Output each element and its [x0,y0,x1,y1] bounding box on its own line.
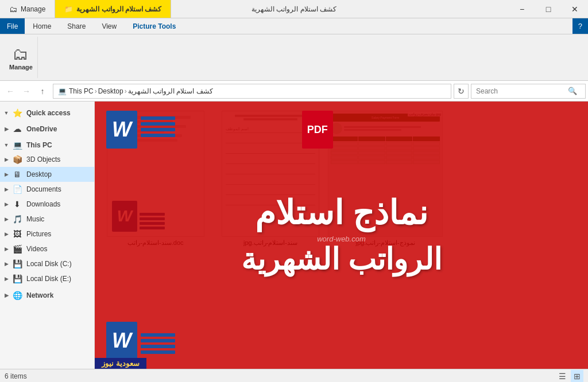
overlay-text-line2: الرواتب الشهرية [241,243,441,276]
tab-folder-label: كشف استلام الرواتب الشهرية [76,5,161,13]
local-disk-e-expand-icon: ▶ [2,275,10,283]
local-disk-e-label: Local Disk (E:) [26,275,71,283]
onedrive-expand-icon: ▶ [2,125,10,133]
pictures-label: Pictures [26,230,51,238]
sidebar-item-music[interactable]: ▶ 🎵 Music [0,212,94,227]
path-desktop[interactable]: Desktop [98,87,123,95]
music-label: Music [26,215,44,223]
ribbon-tab-picture-tools[interactable]: Picture Tools [125,18,184,34]
items-count: 6 items [5,372,27,380]
music-icon: 🎵 [11,215,23,224]
local-disk-c-icon: 💾 [11,259,23,268]
quick-access-expand-icon: ▼ [2,109,10,117]
ribbon-content: 🗂 Manage [0,34,588,80]
address-path[interactable]: 💻 This PC › Desktop › كشف استلام الرواتب… [53,84,451,99]
sidebar-item-local-disk-c[interactable]: ▶ 💾 Local Disk (C:) [0,256,94,271]
large-icons-view-button[interactable]: ⊞ [571,370,583,383]
onedrive-label: OneDrive [26,125,57,133]
tab-folder[interactable]: 📁 كشف استلام الرواتب الشهرية [55,0,171,18]
sidebar-item-desktop[interactable]: ▶ 🖥 Desktop [0,167,94,182]
ribbon-help-button[interactable]: ? [572,18,588,34]
downloads-icon: ⬇ [11,200,23,209]
news-badge: سعودية نيوز [95,358,146,369]
documents-expand-icon: ▶ [2,185,10,193]
videos-label: Videos [26,245,47,253]
overlay-text-line1: نماذج استلام [255,194,428,231]
thispc-icon: 💻 [58,87,67,95]
quick-access-label: Quick access [26,109,71,117]
forward-button[interactable]: → [18,83,34,99]
window-title: كشف استلام الرواتب الشهرية [252,5,336,13]
videos-icon: 🎬 [11,244,23,254]
path-thispc[interactable]: This PC [69,87,94,95]
overlay-word-icon: W [106,111,175,149]
sidebar-item-3d-objects[interactable]: ▶ 📦 3D Objects [0,152,94,167]
title-bar: 🗂 Manage 📁 كشف استلام الرواتب الشهرية كش… [0,0,588,18]
sidebar-item-downloads[interactable]: ▶ ⬇ Downloads [0,197,94,212]
search-icon: 🔍 [568,87,577,95]
network-expand-icon: ▶ [2,291,10,299]
overlay-watermark: word-web.com [317,235,366,243]
desktop-expand-icon: ▶ [2,170,10,178]
sidebar-item-pictures[interactable]: ▶ 🖼 Pictures [0,227,94,241]
local-disk-c-label: Local Disk (C:) [26,260,72,268]
tab-manage[interactable]: 🗂 Manage [0,0,55,18]
main-layout: ▼ ⭐ Quick access ▶ ☁ OneDrive ▼ 💻 This P… [0,102,588,369]
local-disk-e-icon: 💾 [11,274,23,283]
ribbon-tab-file[interactable]: File [0,18,25,34]
pictures-icon: 🖼 [11,229,23,239]
downloads-label: Downloads [26,200,60,208]
sidebar-item-network[interactable]: ▶ 🌐 Network [0,286,94,302]
quick-access-icon: ⭐ [11,108,23,118]
downloads-expand-icon: ▶ [2,200,10,208]
network-label: Network [26,291,53,299]
tab-manage-label: Manage [21,5,45,13]
ribbon-tabs: File Home Share View Picture Tools ? [0,18,588,34]
documents-label: Documents [26,185,61,193]
ribbon-tab-view[interactable]: View [94,18,125,34]
sidebar: ▼ ⭐ Quick access ▶ ☁ OneDrive ▼ 💻 This P… [0,102,95,369]
refresh-button[interactable]: ↻ [454,84,469,99]
tab-folder-icon: 📁 [64,5,73,13]
search-box[interactable]: 🔍 [471,84,586,99]
pictures-expand-icon: ▶ [2,230,10,238]
ribbon-tab-home[interactable]: Home [25,18,59,34]
network-icon: 🌐 [11,291,23,300]
back-button[interactable]: ← [2,83,18,99]
details-view-button[interactable]: ☰ [556,370,568,383]
overlay-banner: W PDF نماذج استلام word-web.com الرواتب … [95,102,588,369]
sidebar-item-documents[interactable]: ▶ 📄 Documents [0,182,94,197]
sidebar-item-onedrive[interactable]: ▶ ☁ OneDrive [0,120,94,136]
address-bar: ← → ↑ 💻 This PC › Desktop › كشف استلام ا… [0,81,588,102]
tab-manage-icon: 🗂 [9,5,17,14]
sidebar-item-local-disk-e[interactable]: ▶ 💾 Local Disk (E:) [0,271,94,286]
3d-objects-label: 3D Objects [26,155,60,163]
sidebar-item-videos[interactable]: ▶ 🎬 Videos [0,241,94,256]
path-folder[interactable]: كشف استلام الرواتب الشهرية [128,87,213,95]
overlay-pdf-badge: PDF [302,111,333,149]
close-button[interactable]: ✕ [562,0,588,18]
up-button[interactable]: ↑ [34,83,51,99]
ribbon-tab-share[interactable]: Share [59,18,94,34]
manage-icon: 🗂 [13,45,29,64]
title-tabs: 🗂 Manage 📁 كشف استلام الرواتب الشهرية [0,0,171,18]
view-controls: ☰ ⊞ [556,370,583,383]
overlay-word-icon-bottom: W [106,322,175,360]
window-controls: − □ ✕ [509,0,588,18]
ribbon: File Home Share View Picture Tools ? 🗂 M… [0,18,588,81]
local-disk-c-expand-icon: ▶ [2,260,10,268]
thispc-expand-icon: ▼ [2,141,10,149]
music-expand-icon: ▶ [2,215,10,223]
desktop-label: Desktop [26,170,52,178]
ribbon-group-manage: 🗂 Manage [5,37,38,78]
status-bar: 6 items ☰ ⊞ [0,369,588,382]
onedrive-icon: ☁ [11,124,23,134]
3d-objects-icon: 📦 [11,155,23,164]
maximize-button[interactable]: □ [535,0,562,18]
videos-expand-icon: ▶ [2,245,10,253]
minimize-button[interactable]: − [509,0,535,18]
search-input[interactable] [476,87,568,95]
thispc-label: This PC [26,141,52,149]
sidebar-item-this-pc[interactable]: ▼ 💻 This PC [0,136,94,152]
sidebar-item-quick-access[interactable]: ▼ ⭐ Quick access [0,104,94,120]
